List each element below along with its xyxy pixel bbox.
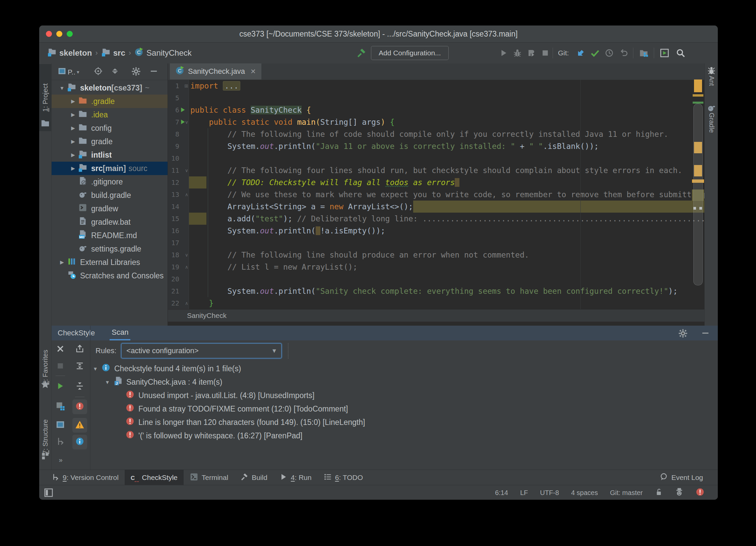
code-line-21[interactable]: 21 System.out.println("Sanity check comp… (168, 285, 705, 297)
gutter-line-11[interactable]: 11∨ (168, 164, 189, 176)
chevron-right-icon[interactable]: ▶ (57, 259, 67, 265)
run-gutter-icon[interactable] (180, 107, 186, 114)
toolwindow-button-6-todo[interactable]: 6: TODO (318, 470, 369, 485)
tree-item-gradlew[interactable]: gradlew (52, 202, 168, 215)
code-line-20[interactable]: 20 (168, 273, 705, 285)
code-line-1[interactable]: 1⊞import ... (168, 80, 705, 92)
toolwindow-button-build[interactable]: Build (234, 470, 273, 485)
code-line-8[interactable]: 8 // The following line of code should c… (168, 128, 705, 140)
fold-marker-icon[interactable]: ∨ (185, 249, 188, 261)
git-branch[interactable]: Git: master (610, 489, 643, 497)
toolwindow-button-4-run[interactable]: 4: Run (273, 470, 318, 485)
tree-item--gitignore[interactable]: .gitignore (52, 175, 168, 188)
code-line-15[interactable]: 15 a.add("test"); // Deliberately long l… (168, 213, 705, 225)
gutter-line-8[interactable]: 8 (168, 128, 189, 140)
checkstyle-result-row[interactable]: ▼Checkstyle found 4 item(s) in 1 file(s) (93, 362, 241, 375)
editor-tab-sanitycheck[interactable]: C SanityCheck.java ✕ (170, 63, 261, 79)
editor-scrollbar[interactable] (693, 104, 703, 285)
breadcrumb-item-sanitycheck[interactable]: CSanityCheck (134, 47, 192, 59)
gutter-line-21[interactable]: 21 (168, 285, 189, 297)
close-checkstyle-button[interactable] (53, 342, 68, 357)
close-tab-icon[interactable]: ✕ (250, 67, 256, 75)
more-actions-button[interactable]: » (53, 452, 68, 467)
collapse-all-button[interactable] (111, 67, 119, 77)
gutter-line-18[interactable]: 18∨ (168, 249, 189, 261)
code-line-6[interactable]: 6public class SanityCheck { (168, 104, 705, 116)
line-ending[interactable]: LF (520, 489, 528, 497)
chevron-right-icon[interactable]: ▶ (68, 165, 78, 171)
code-line-17[interactable]: 17 (168, 237, 705, 249)
chevron-right-icon[interactable]: ▶ (68, 98, 78, 104)
gutter-line-15[interactable]: 15 (168, 213, 189, 225)
gutter-line-6[interactable]: 6 (168, 104, 189, 116)
tree-item-build-gradle[interactable]: build.gradle (52, 188, 168, 202)
gutter-line-17[interactable]: 17 (168, 237, 189, 249)
breadcrumb-item-src[interactable]: src (101, 47, 125, 59)
scan-project-button[interactable] (53, 418, 68, 433)
code-line-13[interactable]: 13∧ // We use these to mark where we exp… (168, 188, 705, 201)
code-line-7[interactable]: 7∨ public static void main(String[] args… (168, 116, 705, 128)
tree-item-src[interactable]: ▶src [main]sourc (52, 162, 168, 175)
chevron-down-icon[interactable]: ▼ (93, 366, 102, 372)
debug-button[interactable] (513, 43, 522, 63)
fold-marker-icon[interactable]: ∧ (185, 188, 188, 201)
tree-item-readme-md[interactable]: MDREADME.md (52, 229, 168, 242)
toolwindow-button-9-version-control[interactable]: 9: Version Control (45, 470, 125, 485)
project-view-selector[interactable]: P..▾ (58, 67, 79, 77)
code-line-22[interactable]: 22∧ } (168, 297, 705, 309)
locate-file-button[interactable] (94, 67, 103, 77)
code-line-12[interactable]: 12 // TODO: Checkstyle will flag all tod… (168, 176, 705, 188)
history-button[interactable] (605, 43, 614, 63)
chevron-down-icon[interactable]: ▼ (57, 85, 67, 91)
indent-setting[interactable]: 4 spaces (571, 489, 598, 497)
checkstyle-result-row[interactable]: ▼JSanityCheck.java : 4 item(s) (105, 375, 222, 389)
sidebar-tab-ant[interactable]: Ant (705, 64, 718, 98)
show-errors-toggle[interactable] (72, 399, 87, 414)
title-bar[interactable]: cse373 [~/Documents/CSE 373/skeleton] - … (39, 25, 718, 43)
gutter-line-22[interactable]: 22∧ (168, 297, 189, 309)
code-viewport[interactable]: 1⊞import ...56public class SanityCheck {… (168, 80, 705, 309)
toolwindow-button-checkstyle[interactable]: CSCheckStyle (125, 470, 184, 485)
highlighting-level-icon[interactable] (675, 488, 684, 498)
chevron-right-icon[interactable]: ▶ (68, 112, 78, 118)
run-anything-button[interactable] (660, 43, 669, 63)
tree-item-gradle[interactable]: ▶gradle (52, 135, 168, 148)
project-settings-gear-icon[interactable] (131, 67, 141, 77)
scan-changelist-button[interactable] (53, 435, 68, 449)
gutter-line-5[interactable]: 5 (168, 92, 189, 104)
sidebar-tab-project[interactable]: 1: Project (39, 64, 51, 131)
fold-marker-icon[interactable]: ⊞ (184, 80, 188, 92)
gutter-line-12[interactable]: 12 (168, 176, 189, 188)
chevron-down-icon[interactable]: ▼ (105, 379, 114, 385)
code-line-19[interactable]: 19∧ // List l = new ArrayList(); (168, 261, 705, 273)
build-hammer-icon[interactable] (356, 43, 366, 63)
code-line-16[interactable]: 16 System.out.println( !a.isEmpty()); (168, 225, 705, 237)
lock-icon[interactable] (655, 488, 663, 498)
checkstyle-result-row[interactable]: '(' is followed by whitespace. (16:27) [… (117, 429, 302, 442)
gutter-line-20[interactable]: 20 (168, 273, 189, 285)
code-line-9[interactable]: 9 System.out.println("Java 11 or above i… (168, 140, 705, 152)
fold-marker-icon[interactable]: ∨ (185, 164, 188, 176)
editor-breadcrumb[interactable]: SanityCheck (187, 312, 227, 319)
code-line-10[interactable]: 10 (168, 152, 705, 164)
show-info-toggle[interactable] (72, 435, 87, 449)
run-scan-button[interactable] (53, 379, 68, 394)
fold-marker-icon[interactable]: ∨ (185, 116, 188, 128)
toolwindow-button-terminal[interactable]: Terminal (184, 470, 234, 485)
export-results-button[interactable] (72, 342, 87, 357)
error-stripe-mark[interactable] (693, 94, 703, 97)
gutter-line-14[interactable]: 14 (168, 201, 189, 213)
tree-item--gradle[interactable]: ▶.gradle (52, 95, 168, 108)
sidebar-tab-gradle[interactable]: Gradle (705, 101, 718, 145)
rollback-button[interactable] (620, 43, 628, 63)
chevron-right-icon[interactable]: ▶ (68, 139, 78, 145)
code-line-14[interactable]: 14 ArrayList<String> a = new ArrayList<>… (168, 201, 705, 213)
code-line-18[interactable]: 18∨ // The following line should produce… (168, 249, 705, 261)
breadcrumb-item-skeleton[interactable]: skeleton (47, 47, 92, 59)
gutter-line-16[interactable]: 16 (168, 225, 189, 237)
rules-dropdown[interactable]: <active configuration> ▼ (121, 343, 282, 359)
encoding[interactable]: UTF-8 (540, 489, 559, 497)
checkstyle-result-row[interactable]: Line is longer than 120 characters (foun… (117, 416, 365, 429)
tree-item-config[interactable]: ▶config (52, 121, 168, 135)
sidebar-tab-favorites[interactable]: 2: Favorites (39, 342, 51, 392)
